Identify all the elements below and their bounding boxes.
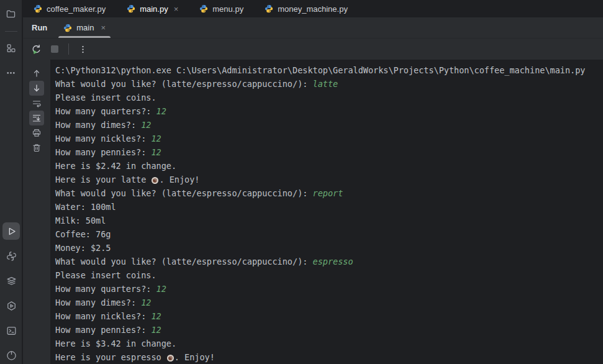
console-output-text: Here is your espresso bbox=[55, 352, 166, 362]
console-user-input: 12 bbox=[141, 120, 151, 130]
console-output-text: C:\Python312\python.exe C:\Users\Adminis… bbox=[55, 65, 585, 75]
console-line: How many pennies?: 12 bbox=[55, 145, 603, 159]
clear-trash-icon[interactable] bbox=[29, 140, 44, 155]
divider bbox=[68, 43, 69, 55]
console-output-text: Please insert coins. bbox=[55, 93, 156, 102]
console-output-text: . Enjoy! bbox=[175, 352, 215, 362]
console-output[interactable]: C:\Python312\python.exe C:\Users\Adminis… bbox=[50, 60, 603, 364]
console-line: Here is your latte . Enjoy! bbox=[55, 173, 603, 186]
console-output-text: Please insert coins. bbox=[55, 270, 156, 280]
console-user-input: 12 bbox=[156, 284, 166, 294]
editor-tab-money_machine[interactable]: money_machine.py bbox=[254, 0, 358, 17]
terminal-icon[interactable] bbox=[2, 322, 20, 339]
console-line: What would you like? (latte/espresso/cap… bbox=[55, 186, 603, 200]
run-play-icon[interactable] bbox=[2, 222, 20, 240]
console-output-text: How many quarters?: bbox=[55, 284, 156, 294]
stop-icon[interactable] bbox=[47, 41, 63, 57]
console-line: How many dimes?: 12 bbox=[55, 118, 603, 132]
console-line: Please insert coins. bbox=[55, 91, 603, 104]
console-line: How many quarters?: 12 bbox=[55, 282, 603, 296]
console-line: Coffee: 76g bbox=[55, 227, 603, 241]
python-icon bbox=[265, 4, 273, 13]
console-output-text: . Enjoy! bbox=[159, 175, 199, 184]
editor-tab-label: money_machine.py bbox=[278, 4, 348, 14]
console-line: C:\Python312\python.exe C:\Users\Adminis… bbox=[55, 63, 603, 77]
console-line: Milk: 50ml bbox=[55, 214, 603, 227]
editor-tab-label: menu.py bbox=[212, 4, 243, 14]
editor-tab-main[interactable]: main.py× bbox=[116, 0, 189, 17]
run-tab-main[interactable]: main × bbox=[56, 17, 113, 38]
console-output-text: How many dimes?: bbox=[55, 120, 141, 130]
console-line: What would you like? (latte/espresso/cap… bbox=[55, 255, 603, 268]
console-line: How many pennies?: 12 bbox=[55, 323, 603, 337]
python-icon bbox=[199, 4, 208, 13]
layers-icon[interactable] bbox=[2, 272, 20, 289]
folder-icon[interactable] bbox=[2, 5, 20, 22]
console-output-text: How many pennies?: bbox=[55, 325, 151, 335]
editor-tab-bar: coffee_maker.pymain.py×menu.pymoney_mach… bbox=[23, 0, 603, 17]
console-user-input: latte bbox=[313, 79, 338, 89]
console-output-text: What would you like? (latte/espresso/cap… bbox=[55, 257, 313, 266]
console: C:\Python312\python.exe C:\Users\Adminis… bbox=[23, 60, 603, 364]
console-line: Here is your espresso . Enjoy! bbox=[55, 350, 603, 364]
run-tool-window: Run main × bbox=[23, 17, 603, 364]
console-output-text: Here is $2.42 in change. bbox=[55, 161, 176, 171]
console-line: Money: $2.5 bbox=[55, 241, 603, 255]
close-icon[interactable]: × bbox=[174, 5, 179, 13]
run-toolbar bbox=[23, 39, 603, 60]
console-output-text: Coffee: 76g bbox=[55, 229, 111, 239]
console-user-input: 12 bbox=[151, 147, 161, 157]
console-output-text: Here is your latte bbox=[55, 175, 151, 184]
run-panel-title: Run bbox=[23, 17, 56, 38]
console-line: What would you like? (latte/espresso/cap… bbox=[55, 77, 603, 91]
console-output-text: What would you like? (latte/espresso/cap… bbox=[55, 79, 313, 89]
console-user-input: 12 bbox=[151, 325, 161, 335]
coffee-cup-emoji bbox=[167, 355, 174, 362]
console-line: Please insert coins. bbox=[55, 268, 603, 282]
python-icon bbox=[127, 4, 135, 13]
console-user-input: 12 bbox=[151, 311, 161, 321]
power-icon[interactable] bbox=[2, 347, 20, 364]
console-user-input: 12 bbox=[141, 298, 151, 307]
console-user-input: report bbox=[313, 188, 343, 198]
activity-bar bbox=[0, 0, 22, 364]
coffee-cup-emoji bbox=[152, 177, 158, 184]
rerun-icon[interactable] bbox=[28, 41, 44, 57]
more-vertical-icon[interactable] bbox=[75, 41, 91, 57]
console-line: How many dimes?: 12 bbox=[55, 296, 603, 309]
more-icon[interactable] bbox=[2, 64, 20, 81]
structure-icon[interactable] bbox=[2, 39, 20, 57]
console-output-text: Here is $3.42 in change. bbox=[55, 339, 176, 348]
ide-window: coffee_maker.pymain.py×menu.pymoney_mach… bbox=[0, 0, 603, 364]
python-icon bbox=[34, 4, 42, 13]
arrow-down-icon[interactable] bbox=[29, 81, 44, 96]
arrow-up-icon[interactable] bbox=[29, 66, 44, 81]
console-output-text: What would you like? (latte/espresso/cap… bbox=[55, 188, 313, 198]
console-output-text: How many quarters?: bbox=[55, 106, 156, 116]
python-icon bbox=[63, 24, 72, 32]
console-line: How many quarters?: 12 bbox=[55, 104, 603, 118]
scroll-to-end-icon[interactable] bbox=[29, 111, 44, 125]
print-icon[interactable] bbox=[29, 125, 44, 140]
console-output-text: How many pennies?: bbox=[55, 147, 151, 157]
divider bbox=[5, 31, 17, 32]
hexagon-play-icon[interactable] bbox=[2, 297, 20, 314]
console-user-input: espresso bbox=[313, 257, 353, 266]
console-output-text: How many dimes?: bbox=[55, 298, 141, 307]
editor-tab-coffee_maker[interactable]: coffee_maker.py bbox=[23, 0, 116, 17]
close-icon[interactable]: × bbox=[101, 24, 106, 32]
soft-wrap-icon[interactable] bbox=[29, 96, 44, 111]
console-line: Here is $2.42 in change. bbox=[55, 159, 603, 173]
editor-tab-menu[interactable]: menu.py bbox=[189, 0, 254, 17]
console-output-text: Money: $2.5 bbox=[55, 243, 111, 253]
console-line: Here is $3.42 in change. bbox=[55, 337, 603, 350]
editor-tab-label: coffee_maker.py bbox=[47, 4, 106, 14]
console-output-text: Water: 100ml bbox=[55, 202, 116, 212]
editor-tab-label: main.py bbox=[140, 4, 168, 14]
console-gutter-toolbar bbox=[23, 60, 50, 364]
console-user-input: 12 bbox=[151, 134, 161, 143]
console-line: Water: 100ml bbox=[55, 200, 603, 214]
console-output-text: How many nickles?: bbox=[55, 134, 151, 143]
run-header: Run main × bbox=[23, 17, 603, 39]
python-console-icon[interactable] bbox=[2, 247, 20, 265]
